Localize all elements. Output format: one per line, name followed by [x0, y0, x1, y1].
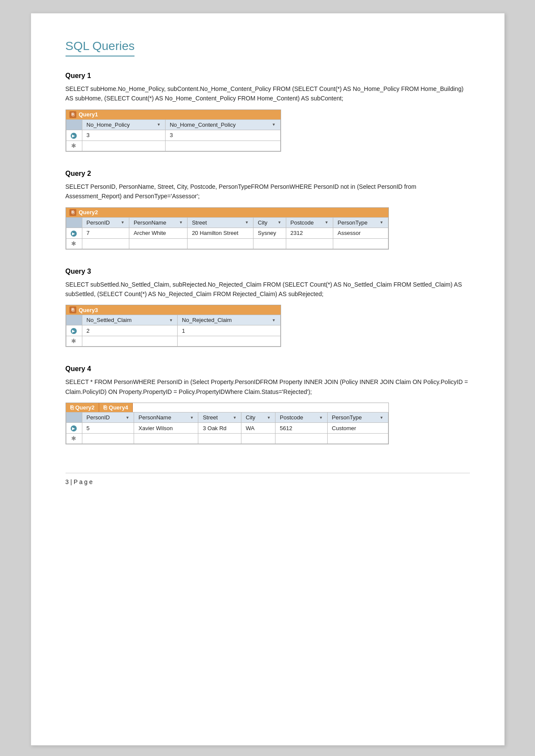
q2-newrow-col2[interactable]: [129, 238, 187, 249]
page-title: SQL Queries: [66, 39, 135, 56]
page: SQL Queries Query 1 SELECT subHome.No_Ho…: [31, 13, 505, 746]
query-3-title-bar: ⎘ Query3: [66, 305, 281, 315]
query-4-tab-secondary[interactable]: ⎘ Query2: [66, 403, 100, 412]
q2-row1-col4: Sysney: [253, 228, 286, 238]
q4-row1-col1: 5: [82, 423, 134, 434]
q2-newrow-col6[interactable]: [333, 238, 388, 249]
q2-col2-sort-icon[interactable]: ▼: [179, 220, 183, 225]
query-1-title-bar: ⎘ Query1: [66, 110, 281, 119]
row-selector-icon: ▶: [71, 133, 77, 139]
query-2-tab-icon: ⎘: [69, 209, 76, 216]
q2-col-header-2: PersonName ▼: [129, 217, 187, 228]
q2-col-header-rownum: [66, 217, 82, 228]
q1-col-header-rownum: [66, 119, 82, 130]
q4-newrow-col1[interactable]: [82, 434, 134, 444]
query-2-title-bar: ⎘ Query2: [66, 208, 388, 217]
q4-newrow-col6[interactable]: [327, 434, 388, 444]
query-3-table-container: ⎘ Query3 No_Settled_Claim ▼: [66, 305, 281, 347]
q1-col2-sort-icon[interactable]: ▼: [272, 122, 276, 127]
q2-col5-sort-icon[interactable]: ▼: [325, 220, 329, 225]
q4-col-header-3: Street ▼: [198, 412, 241, 423]
q2-newrow-indicator: ✱: [66, 238, 82, 249]
q2-row1-col5: 2312: [286, 228, 333, 238]
q2-col-header-4: City ▼: [253, 217, 286, 228]
query-4-table-container: ⎘ Query2 ⎘ Query4 PersonID ▼: [66, 403, 389, 444]
query-1-text: SELECT subHome.No_Home_Policy, subConten…: [66, 84, 470, 103]
q4-col-header-rownum: [66, 412, 82, 423]
q1-row1-col1: 3: [82, 130, 165, 141]
q4-col5-sort-icon[interactable]: ▼: [319, 415, 323, 420]
table-row: ▶ 2 1: [66, 325, 280, 336]
q1-col-header-1: No_Home_Policy ▼: [82, 119, 165, 130]
q4-newrow-indicator: ✱: [66, 434, 82, 444]
q3-newrow-col2[interactable]: [178, 336, 280, 347]
q4-newrow-col4[interactable]: [241, 434, 275, 444]
q1-col1-sort-icon[interactable]: ▼: [157, 122, 161, 127]
q4-col-header-2: PersonName ▼: [134, 412, 198, 423]
table-row-new: ✱: [66, 336, 280, 347]
q2-col-header-6: PersonType ▼: [333, 217, 388, 228]
q3-col2-sort-icon[interactable]: ▼: [272, 318, 276, 322]
q2-col4-sort-icon[interactable]: ▼: [278, 220, 282, 225]
q4-col-header-6: PersonType ▼: [327, 412, 388, 423]
q4-col2-sort-icon[interactable]: ▼: [190, 415, 194, 420]
q3-newrow-indicator: ✱: [66, 336, 82, 347]
query-4-tab2-label: Query2: [75, 404, 95, 411]
q4-row1-col2: Xavier Wilson: [134, 423, 198, 434]
q2-row1-col2: Archer White: [129, 228, 187, 238]
query-3-heading: Query 3: [66, 268, 470, 275]
q4-col6-sort-icon[interactable]: ▼: [380, 415, 384, 420]
q2-newrow-col5[interactable]: [286, 238, 333, 249]
query-4-tab1-label: Query4: [109, 404, 128, 411]
q1-col-header-2: No_Home_Content_Policy ▼: [165, 119, 280, 130]
q4-row1-col4: WA: [241, 423, 275, 434]
page-footer: 3 | P a g e: [66, 473, 470, 485]
q4-col3-sort-icon[interactable]: ▼: [233, 415, 237, 420]
query-2-table-container: ⎘ Query2 PersonID ▼: [66, 207, 389, 250]
query-2-text: SELECT PersonID, PersonName, Street, Cit…: [66, 182, 470, 201]
new-row-icon: ✱: [71, 338, 77, 344]
q2-newrow-col1[interactable]: [82, 238, 129, 249]
q1-newrow-indicator: ✱: [66, 141, 82, 151]
q1-newrow-col1[interactable]: [82, 141, 165, 151]
q4-row1-indicator: ▶: [66, 423, 82, 434]
query-3-tab-icon: ⎘: [69, 306, 76, 313]
q4-newrow-col3[interactable]: [198, 434, 241, 444]
table-row-new: ✱: [66, 238, 388, 249]
q2-row1-col1: 7: [82, 228, 129, 238]
row-selector-icon: ▶: [71, 328, 77, 334]
page-number: 3 | P a g e: [66, 478, 93, 485]
q1-newrow-col2[interactable]: [165, 141, 280, 151]
query-1-table-container: ⎘ Query1 No_Home_Policy ▼: [66, 109, 281, 152]
query-4-table: PersonID ▼ PersonName ▼: [66, 412, 388, 444]
q3-row1-col2: 1: [178, 325, 280, 336]
query-3-table: No_Settled_Claim ▼ No_Rejected_Claim ▼: [66, 315, 281, 347]
query-1-section: Query 1 SELECT subHome.No_Home_Policy, s…: [66, 72, 470, 154]
query-1-tab-icon: ⎘: [69, 111, 76, 118]
query-1-heading: Query 1: [66, 72, 470, 80]
q2-newrow-col4[interactable]: [253, 238, 286, 249]
q2-col-header-1: PersonID ▼: [82, 217, 129, 228]
q3-newrow-col1[interactable]: [82, 336, 178, 347]
q2-row1-col6: Assessor: [333, 228, 388, 238]
q3-col1-sort-icon[interactable]: ▼: [169, 318, 173, 322]
row-selector-icon: ▶: [71, 425, 77, 431]
q4-row1-col3: 3 Oak Rd: [198, 423, 241, 434]
query-4-heading: Query 4: [66, 365, 470, 373]
q1-row1-indicator: ▶: [66, 130, 82, 141]
q3-col-header-rownum: [66, 315, 82, 325]
q2-col6-sort-icon[interactable]: ▼: [380, 220, 384, 225]
q2-col3-sort-icon[interactable]: ▼: [245, 220, 249, 225]
query-4-tab-active[interactable]: ⎘ Query4: [99, 403, 133, 412]
query-3-tab-label: Query3: [79, 307, 98, 313]
q4-row1-col6: Customer: [327, 423, 388, 434]
q4-newrow-col5[interactable]: [275, 434, 328, 444]
table-row: ▶ 3 3: [66, 130, 280, 141]
q4-col4-sort-icon[interactable]: ▼: [267, 415, 271, 420]
q2-col-header-3: Street ▼: [188, 217, 253, 228]
q2-col1-sort-icon[interactable]: ▼: [121, 220, 125, 225]
q2-row1-indicator: ▶: [66, 228, 82, 238]
q4-col1-sort-icon[interactable]: ▼: [125, 415, 129, 420]
q4-newrow-col2[interactable]: [134, 434, 198, 444]
q2-newrow-col3[interactable]: [188, 238, 253, 249]
